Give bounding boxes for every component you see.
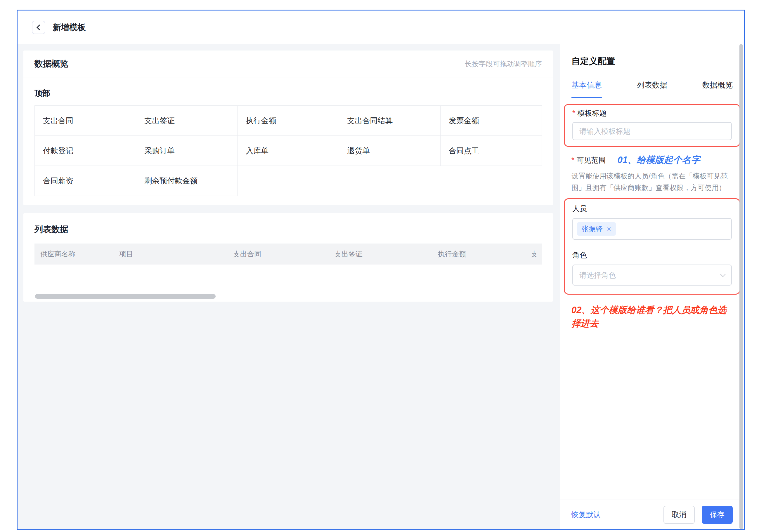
field-cell[interactable]: 发票金额: [441, 106, 542, 136]
tab-data-overview[interactable]: 数据概览: [702, 80, 733, 98]
visible-range-row: *可见范围 01、给模版起个名字: [572, 154, 733, 166]
role-placeholder: 请选择角色: [579, 270, 616, 280]
field-cell[interactable]: 采购订单: [136, 136, 237, 166]
sidebar-footer: 恢复默认 取消 保存: [560, 500, 744, 529]
main-panel: 数据概览 长按字段可拖动调整顺序 顶部 支出合同 支出签证 执行金额 支出合同结…: [18, 44, 560, 529]
sidebar-spacer: [572, 330, 733, 500]
required-asterisk: *: [572, 156, 574, 164]
annotation-box-visible-range: 人员 张振锋 × 角色 请选择角色: [564, 198, 740, 295]
role-select[interactable]: 请选择角色: [572, 265, 732, 286]
horizontal-scrollbar[interactable]: [35, 294, 216, 299]
field-cell[interactable]: 合同薪资: [35, 166, 136, 196]
field-cell[interactable]: 支出合同: [35, 106, 136, 136]
template-title-label-row: *模板标题: [572, 108, 732, 118]
field-cell[interactable]: 支出合同结算: [339, 106, 441, 136]
person-tag[interactable]: 张振锋 ×: [577, 222, 616, 236]
list-data-title: 列表数据: [23, 213, 553, 235]
list-table-header: 供应商名称 项目 支出合同 支出签证 执行金额 支: [34, 244, 542, 265]
vertical-scrollbar[interactable]: [739, 44, 743, 529]
content-area: 数据概览 长按字段可拖动调整顺序 顶部 支出合同 支出签证 执行金额 支出合同结…: [18, 44, 744, 529]
field-cell[interactable]: 退货单: [339, 136, 441, 166]
person-tag-name: 张振锋: [582, 224, 603, 234]
field-cell[interactable]: 执行金额: [237, 106, 339, 136]
field-grid: 支出合同 支出签证 执行金额 支出合同结算 发票金额 付款登记 采购订单 入库单…: [34, 105, 542, 196]
column-header: 执行金额: [432, 249, 525, 259]
person-label: 人员: [572, 204, 732, 213]
field-cell[interactable]: 剩余预付款金额: [136, 166, 237, 196]
reset-default-link[interactable]: 恢复默认: [572, 510, 601, 519]
save-button[interactable]: 保存: [702, 506, 733, 524]
screen: 新增模板 数据概览 长按字段可拖动调整顺序 顶部 支出合同 支出签证: [0, 0, 766, 532]
page-title: 新增模板: [53, 22, 86, 33]
column-header: 项目: [113, 249, 227, 259]
cancel-button[interactable]: 取消: [664, 506, 695, 524]
template-title-input[interactable]: [572, 122, 732, 140]
required-asterisk: *: [572, 109, 575, 117]
back-button[interactable]: [32, 21, 45, 34]
config-title: 自定义配置: [572, 55, 733, 67]
data-overview-body: 顶部 支出合同 支出签证 执行金额 支出合同结算 发票金额 付款登记 采购订单 …: [23, 88, 553, 196]
config-sidebar: 自定义配置 基本信息 列表数据 数据概览 *模板标题 *可见范围: [560, 44, 744, 529]
field-cell[interactable]: 入库单: [237, 136, 339, 166]
column-header-clipped: 支: [525, 249, 542, 259]
annotation-step1: 01、给模版起个名字: [618, 154, 700, 166]
annotation-box-template-title: *模板标题: [564, 104, 740, 147]
config-tabs: 基本信息 列表数据 数据概览: [560, 80, 744, 98]
top-section-title: 顶部: [34, 88, 542, 98]
field-cell[interactable]: 支出签证: [136, 106, 237, 136]
field-cell[interactable]: 付款登记: [35, 136, 136, 166]
data-overview-header: 数据概览 长按字段可拖动调整顺序: [23, 51, 553, 77]
tag-close-icon[interactable]: ×: [607, 225, 611, 233]
template-title-label: 模板标题: [578, 109, 607, 117]
top-bar: 新增模板: [18, 11, 744, 44]
annotation-step2: 02、这个模版给谁看？把人员或角色选择进去: [572, 303, 733, 330]
column-header: 支出合同: [227, 249, 329, 259]
list-data-card: 列表数据 供应商名称 项目 支出合同 支出签证 执行金额 支: [23, 213, 553, 302]
person-select[interactable]: 张振锋 ×: [572, 218, 732, 240]
column-header: 供应商名称: [34, 249, 113, 259]
chevron-down-icon: [720, 272, 725, 277]
visible-range-description: 设置能使用该模板的人员/角色（需在「模板可见范围」且拥有「供应商账款」查看权限，…: [572, 170, 733, 194]
app-window: 新增模板 数据概览 长按字段可拖动调整顺序 顶部 支出合同 支出签证: [17, 10, 745, 530]
data-overview-card: 数据概览 长按字段可拖动调整顺序 顶部 支出合同 支出签证 执行金额 支出合同结…: [23, 51, 553, 205]
column-header: 支出签证: [329, 249, 432, 259]
visible-range-label: 可见范围: [577, 156, 606, 164]
tab-list-data[interactable]: 列表数据: [637, 80, 667, 98]
role-label: 角色: [572, 250, 732, 260]
visible-range-label-row: *可见范围: [572, 155, 606, 165]
drag-hint: 长按字段可拖动调整顺序: [465, 59, 542, 69]
chevron-left-icon: [37, 25, 42, 30]
field-cell[interactable]: 合同点工: [441, 136, 542, 166]
data-overview-title: 数据概览: [34, 58, 68, 70]
tab-basic-info[interactable]: 基本信息: [572, 80, 602, 98]
